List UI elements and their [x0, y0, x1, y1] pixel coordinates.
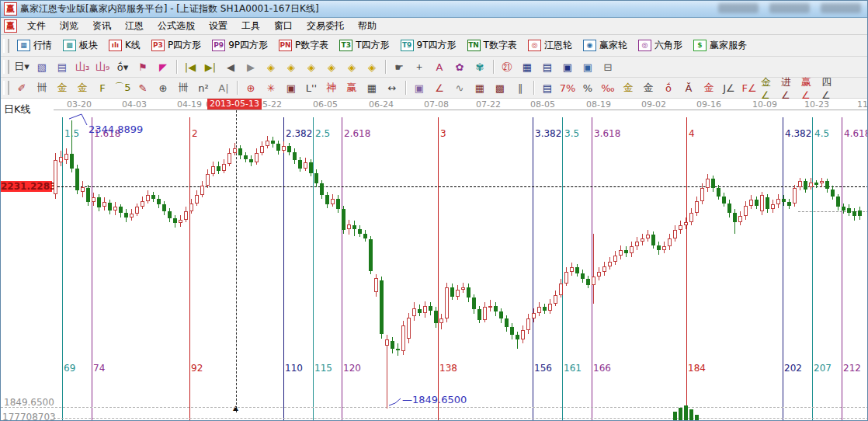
chart-type-label: 日K线: [4, 103, 31, 117]
candle: [75, 169, 79, 190]
high-price-annotation: 2344.8899: [89, 124, 143, 135]
candle: [320, 183, 324, 195]
low-axis-label: 1849.6500: [4, 397, 54, 408]
candle: [467, 287, 470, 297]
candle: [314, 173, 318, 183]
candle: [217, 166, 220, 171]
candle-wick: [593, 234, 594, 304]
gann-count-label: 161: [564, 363, 582, 374]
volume-bar: [689, 409, 693, 421]
gann-ratio-label: 4.618: [844, 128, 868, 139]
current-price-line: [54, 186, 868, 187]
candle: [673, 230, 677, 238]
date-tick: 04-19: [177, 99, 202, 110]
candle: [141, 201, 144, 207]
candle: [651, 235, 655, 245]
candle: [630, 246, 634, 253]
candle: [450, 287, 454, 297]
candle: [162, 204, 166, 211]
candle: [668, 238, 672, 246]
candle: [494, 306, 498, 311]
candle: [559, 284, 563, 295]
gann-time-line: [313, 117, 314, 421]
gann-time-line: [438, 117, 439, 421]
candle: [755, 200, 759, 206]
date-tick: 07-22: [476, 99, 501, 110]
low-price-annotation: —1849.6500: [402, 394, 467, 405]
crosshair-arrow-icon: ▲: [233, 404, 238, 412]
candle: [646, 235, 650, 238]
candle: [831, 190, 835, 197]
candle: [391, 341, 394, 349]
candle: [543, 307, 547, 311]
candle: [516, 335, 519, 339]
candle: [586, 279, 590, 285]
candle: [342, 209, 345, 230]
volume-bar: [673, 412, 677, 421]
candle: [211, 166, 215, 174]
candle: [684, 222, 688, 225]
candle: [602, 266, 606, 272]
candle: [206, 174, 210, 186]
candle: [456, 290, 460, 297]
candle: [151, 195, 155, 199]
candle: [814, 183, 818, 185]
candle: [385, 339, 389, 346]
candle: [760, 195, 764, 211]
candle: [347, 224, 351, 229]
candle: [184, 211, 188, 220]
date-axis-line: [54, 110, 868, 110]
candle: [97, 197, 101, 207]
gann-time-line: [842, 117, 842, 421]
candle: [776, 199, 780, 204]
candle: [472, 297, 476, 309]
gann-count-label: 110: [285, 363, 303, 374]
candle: [564, 272, 568, 284]
gann-ratio-label: 3.382: [535, 128, 561, 139]
low-level-line: [1, 407, 868, 408]
candle-wick: [387, 335, 387, 409]
gann-ratio-label: 2.382: [286, 128, 312, 139]
candle: [581, 273, 585, 279]
date-tick: 06-24: [369, 99, 394, 110]
gann-time-line: [592, 117, 592, 421]
gann-ratio-label: 3: [440, 128, 446, 139]
candle: [722, 197, 726, 204]
candle: [624, 250, 628, 253]
candle: [488, 306, 492, 308]
candle: [244, 155, 248, 159]
crosshair-line: [236, 110, 237, 412]
gann-count-label: 74: [93, 363, 105, 374]
candle: [396, 349, 400, 350]
candle: [200, 186, 204, 195]
candle: [412, 308, 416, 316]
gann-count-label: 138: [439, 363, 457, 374]
candle: [820, 181, 824, 183]
candle: [679, 225, 682, 230]
chart-canvas[interactable]: 03-2004-0304-1905-2206-0506-2407-0807-22…: [1, 99, 868, 421]
candle: [744, 206, 748, 216]
date-tick: 03-20: [67, 99, 92, 110]
gann-ratio-label: 2.5: [315, 128, 330, 139]
candle: [836, 197, 840, 207]
candle: [331, 199, 335, 204]
candle: [130, 214, 134, 217]
candle: [445, 287, 449, 318]
candle: [804, 181, 807, 190]
candle: [363, 234, 367, 238]
candle: [477, 309, 481, 320]
gann-ratio-label: 4.382: [785, 128, 811, 139]
candle: [92, 197, 95, 202]
date-tick: 09-02: [641, 99, 666, 110]
candle: [782, 199, 786, 202]
candle: [787, 202, 791, 206]
candle: [271, 141, 275, 144]
candle: [706, 179, 710, 188]
candle: [369, 239, 373, 271]
candle: [260, 146, 264, 153]
gann-ratio-label: 3.618: [594, 128, 620, 139]
gann-count-label: 115: [314, 363, 332, 374]
candle: [352, 225, 356, 229]
candle: [287, 146, 291, 152]
candle: [635, 242, 639, 246]
